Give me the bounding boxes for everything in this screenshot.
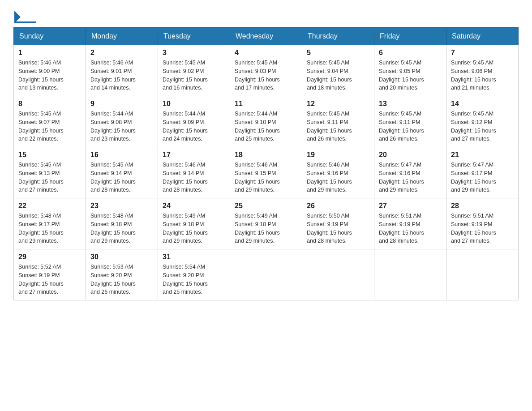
day-number: 7 <box>451 49 514 57</box>
day-info: Sunrise: 5:45 AM Sunset: 9:13 PM Dayligh… <box>18 161 81 194</box>
day-number: 6 <box>379 49 442 57</box>
calendar-cell: 5 Sunrise: 5:45 AM Sunset: 9:04 PM Dayli… <box>302 45 374 96</box>
calendar-cell <box>446 249 519 300</box>
calendar-cell: 13 Sunrise: 5:45 AM Sunset: 9:11 PM Dayl… <box>374 96 446 147</box>
calendar-cell: 8 Sunrise: 5:45 AM Sunset: 9:07 PM Dayli… <box>14 96 86 147</box>
day-info: Sunrise: 5:46 AM Sunset: 9:01 PM Dayligh… <box>90 59 153 92</box>
day-number: 20 <box>379 151 442 159</box>
day-info: Sunrise: 5:45 AM Sunset: 9:07 PM Dayligh… <box>18 110 81 143</box>
calendar-cell <box>302 249 374 300</box>
day-number: 18 <box>235 151 297 159</box>
day-info: Sunrise: 5:45 AM Sunset: 9:02 PM Dayligh… <box>163 59 225 92</box>
day-number: 17 <box>163 151 225 159</box>
calendar-cell: 12 Sunrise: 5:45 AM Sunset: 9:11 PM Dayl… <box>302 96 374 147</box>
day-info: Sunrise: 5:45 AM Sunset: 9:03 PM Dayligh… <box>235 59 297 92</box>
day-info: Sunrise: 5:44 AM Sunset: 9:08 PM Dayligh… <box>90 110 153 143</box>
calendar-cell: 6 Sunrise: 5:45 AM Sunset: 9:05 PM Dayli… <box>374 45 446 96</box>
day-header-friday: Friday <box>374 28 446 45</box>
day-number: 31 <box>163 253 225 261</box>
day-info: Sunrise: 5:50 AM Sunset: 9:19 PM Dayligh… <box>307 212 369 245</box>
calendar-cell <box>374 249 446 300</box>
calendar-cell: 15 Sunrise: 5:45 AM Sunset: 9:13 PM Dayl… <box>14 147 86 198</box>
day-info: Sunrise: 5:47 AM Sunset: 9:17 PM Dayligh… <box>451 161 514 194</box>
day-number: 4 <box>235 49 297 57</box>
day-info: Sunrise: 5:51 AM Sunset: 9:19 PM Dayligh… <box>451 212 514 245</box>
day-info: Sunrise: 5:46 AM Sunset: 9:16 PM Dayligh… <box>307 161 369 194</box>
day-header-sunday: Sunday <box>14 28 86 45</box>
day-number: 21 <box>451 151 514 159</box>
calendar-cell: 24 Sunrise: 5:49 AM Sunset: 9:18 PM Dayl… <box>158 198 230 249</box>
calendar-header: SundayMondayTuesdayWednesdayThursdayFrid… <box>14 28 519 45</box>
calendar-cell: 19 Sunrise: 5:46 AM Sunset: 9:16 PM Dayl… <box>302 147 374 198</box>
day-info: Sunrise: 5:51 AM Sunset: 9:19 PM Dayligh… <box>379 212 442 245</box>
day-info: Sunrise: 5:49 AM Sunset: 9:18 PM Dayligh… <box>163 212 225 245</box>
calendar-cell: 2 Sunrise: 5:46 AM Sunset: 9:01 PM Dayli… <box>86 45 158 96</box>
day-info: Sunrise: 5:46 AM Sunset: 9:14 PM Dayligh… <box>163 161 225 194</box>
calendar-cell <box>230 249 302 300</box>
day-number: 30 <box>90 253 153 261</box>
calendar-body: 1 Sunrise: 5:46 AM Sunset: 9:00 PM Dayli… <box>14 45 519 300</box>
day-header-thursday: Thursday <box>302 28 374 45</box>
calendar-week-2: 8 Sunrise: 5:45 AM Sunset: 9:07 PM Dayli… <box>14 96 519 147</box>
calendar-cell: 7 Sunrise: 5:45 AM Sunset: 9:06 PM Dayli… <box>446 45 519 96</box>
calendar-cell: 9 Sunrise: 5:44 AM Sunset: 9:08 PM Dayli… <box>86 96 158 147</box>
day-number: 23 <box>90 202 153 210</box>
day-number: 2 <box>90 49 153 57</box>
calendar-week-5: 29 Sunrise: 5:52 AM Sunset: 9:19 PM Dayl… <box>14 249 519 300</box>
day-number: 5 <box>307 49 369 57</box>
day-number: 3 <box>163 49 225 57</box>
calendar-cell: 1 Sunrise: 5:46 AM Sunset: 9:00 PM Dayli… <box>14 45 86 96</box>
day-number: 22 <box>18 202 81 210</box>
day-number: 9 <box>90 100 153 108</box>
calendar-cell: 17 Sunrise: 5:46 AM Sunset: 9:14 PM Dayl… <box>158 147 230 198</box>
logo-underline <box>15 21 36 23</box>
logo <box>13 9 36 23</box>
calendar-cell: 20 Sunrise: 5:47 AM Sunset: 9:16 PM Dayl… <box>374 147 446 198</box>
calendar-cell: 30 Sunrise: 5:53 AM Sunset: 9:20 PM Dayl… <box>86 249 158 300</box>
day-number: 26 <box>307 202 369 210</box>
day-info: Sunrise: 5:44 AM Sunset: 9:10 PM Dayligh… <box>235 110 297 143</box>
day-info: Sunrise: 5:46 AM Sunset: 9:15 PM Dayligh… <box>235 161 297 194</box>
calendar-cell: 29 Sunrise: 5:52 AM Sunset: 9:19 PM Dayl… <box>14 249 86 300</box>
day-header-monday: Monday <box>86 28 158 45</box>
day-info: Sunrise: 5:45 AM Sunset: 9:11 PM Dayligh… <box>379 110 442 143</box>
calendar-table: SundayMondayTuesdayWednesdayThursdayFrid… <box>13 27 519 300</box>
day-info: Sunrise: 5:45 AM Sunset: 9:04 PM Dayligh… <box>307 59 369 92</box>
day-info: Sunrise: 5:45 AM Sunset: 9:11 PM Dayligh… <box>307 110 369 143</box>
calendar-cell: 22 Sunrise: 5:48 AM Sunset: 9:17 PM Dayl… <box>14 198 86 249</box>
day-number: 10 <box>163 100 225 108</box>
calendar-cell: 25 Sunrise: 5:49 AM Sunset: 9:18 PM Dayl… <box>230 198 302 249</box>
day-info: Sunrise: 5:53 AM Sunset: 9:20 PM Dayligh… <box>90 263 153 296</box>
calendar-week-4: 22 Sunrise: 5:48 AM Sunset: 9:17 PM Dayl… <box>14 198 519 249</box>
calendar-cell: 14 Sunrise: 5:45 AM Sunset: 9:12 PM Dayl… <box>446 96 519 147</box>
day-info: Sunrise: 5:45 AM Sunset: 9:14 PM Dayligh… <box>90 161 153 194</box>
calendar-cell: 10 Sunrise: 5:44 AM Sunset: 9:09 PM Dayl… <box>158 96 230 147</box>
day-number: 24 <box>163 202 225 210</box>
calendar-cell: 3 Sunrise: 5:45 AM Sunset: 9:02 PM Dayli… <box>158 45 230 96</box>
calendar-cell: 16 Sunrise: 5:45 AM Sunset: 9:14 PM Dayl… <box>86 147 158 198</box>
page-header <box>13 9 519 23</box>
day-number: 16 <box>90 151 153 159</box>
day-header-wednesday: Wednesday <box>230 28 302 45</box>
day-info: Sunrise: 5:48 AM Sunset: 9:18 PM Dayligh… <box>90 212 153 245</box>
day-number: 12 <box>307 100 369 108</box>
day-info: Sunrise: 5:45 AM Sunset: 9:06 PM Dayligh… <box>451 59 514 92</box>
day-header-row: SundayMondayTuesdayWednesdayThursdayFrid… <box>14 28 519 45</box>
day-number: 14 <box>451 100 514 108</box>
calendar-cell: 4 Sunrise: 5:45 AM Sunset: 9:03 PM Dayli… <box>230 45 302 96</box>
day-info: Sunrise: 5:44 AM Sunset: 9:09 PM Dayligh… <box>163 110 225 143</box>
day-info: Sunrise: 5:45 AM Sunset: 9:05 PM Dayligh… <box>379 59 442 92</box>
day-number: 25 <box>235 202 297 210</box>
day-number: 29 <box>18 253 81 261</box>
calendar-cell: 23 Sunrise: 5:48 AM Sunset: 9:18 PM Dayl… <box>86 198 158 249</box>
calendar-cell: 18 Sunrise: 5:46 AM Sunset: 9:15 PM Dayl… <box>230 147 302 198</box>
calendar-cell: 27 Sunrise: 5:51 AM Sunset: 9:19 PM Dayl… <box>374 198 446 249</box>
day-number: 19 <box>307 151 369 159</box>
day-number: 15 <box>18 151 81 159</box>
day-number: 11 <box>235 100 297 108</box>
day-info: Sunrise: 5:52 AM Sunset: 9:19 PM Dayligh… <box>18 263 81 296</box>
day-info: Sunrise: 5:48 AM Sunset: 9:17 PM Dayligh… <box>18 212 81 245</box>
day-info: Sunrise: 5:45 AM Sunset: 9:12 PM Dayligh… <box>451 110 514 143</box>
day-info: Sunrise: 5:54 AM Sunset: 9:20 PM Dayligh… <box>163 263 225 296</box>
day-number: 13 <box>379 100 442 108</box>
